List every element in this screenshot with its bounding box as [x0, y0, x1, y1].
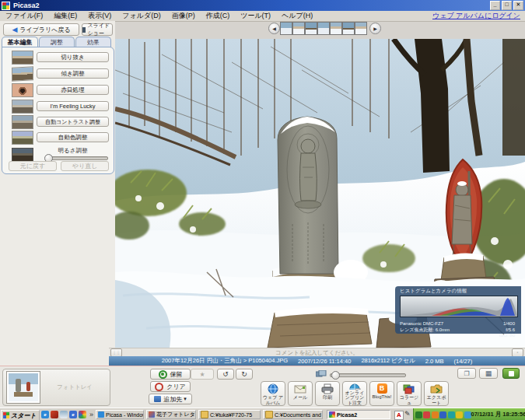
web-album-login-link[interactable]: ウェブ アルバムにログイン [432, 11, 520, 21]
taskbar-clock: 07/12/31 月 18:25:56 [471, 411, 525, 418]
task-photo-retouch[interactable]: 花子フォトレタッチ [146, 410, 196, 419]
filmstrip-thumbnail[interactable] [317, 22, 330, 35]
tray-icon[interactable] [432, 411, 439, 418]
star-icon: ★ [199, 371, 205, 378]
menu-help[interactable]: ヘルプ(H) [276, 11, 318, 21]
auto-contrast-thumbnail [12, 115, 33, 129]
filmstrip-next-button[interactable]: ▶ [369, 23, 381, 34]
back-to-library-button[interactable]: ◀ ライブラリへ戻る [3, 23, 79, 36]
histogram-panel: ヒストグラムとカメラの情報 Panasonic DMC-FZ7 1/400 レン… [395, 286, 521, 334]
slideshow-button[interactable]: スライドショー [82, 23, 113, 36]
clear-button[interactable]: クリア [150, 381, 191, 392]
hold-button[interactable]: 保留 [150, 369, 191, 380]
blogthis-button[interactable]: B BlogThis! [369, 381, 394, 406]
status-index: (14/27) [454, 358, 473, 365]
actual-size-button[interactable]: ❐ [457, 368, 476, 379]
email-button[interactable]: メール [288, 381, 313, 406]
menu-folder[interactable]: フォルダ(D) [117, 11, 166, 21]
pen-input-icon[interactable]: ✎ [404, 410, 411, 418]
ime-language-icon[interactable]: A [394, 411, 404, 420]
filmstrip-thumbnail[interactable] [292, 22, 305, 35]
close-button[interactable]: ✕ [513, 1, 523, 10]
fit-view-button[interactable]: ▦ [479, 368, 498, 379]
menu-view[interactable]: 表示(V) [82, 11, 117, 21]
tray-icon[interactable] [456, 411, 463, 418]
filmstrip-thumbnail[interactable] [330, 22, 342, 35]
quicklaunch-mail-icon[interactable]: e [69, 411, 77, 418]
fill-light-slider[interactable] [46, 156, 108, 160]
menu-picture[interactable]: 画像(P) [166, 11, 201, 21]
filmstrip-thumbnail[interactable] [305, 22, 317, 35]
blogger-icon: B [377, 383, 387, 394]
minimize-button[interactable]: _ [490, 1, 500, 10]
filmstrip-thumbnail[interactable] [355, 22, 367, 35]
collage-button[interactable]: コラージュ [397, 381, 422, 406]
menu-edit[interactable]: 編集(E) [48, 11, 82, 21]
tray-icon[interactable] [439, 411, 446, 418]
tray-icon[interactable] [423, 411, 430, 418]
collage-icon [403, 383, 415, 394]
start-button[interactable]: スタート [1, 410, 40, 420]
comment-input[interactable]: コメントを記入してください。 [124, 349, 510, 357]
redeye-button[interactable]: 赤目処理 [37, 85, 109, 95]
task-browser[interactable]: Picasa - Windows I... [96, 410, 144, 419]
rotate-right-button[interactable]: ↻ [236, 369, 253, 380]
feeling-lucky-button[interactable]: I'm Feeling Lucky [37, 101, 109, 111]
quicklaunch-browser-icon[interactable]: e [41, 411, 49, 418]
bottom-panel: フォトトレイ 保留 クリア 追加先 ▾ ★ ↺ ↻ [0, 366, 525, 408]
status-filesize: 2.0 MB [425, 358, 444, 365]
web-album-label: ウェブ アルバム [261, 395, 285, 405]
photo-tray: フォトトレイ [2, 369, 110, 406]
crop-button[interactable]: 切り抜き [37, 52, 109, 62]
view-toggle-button[interactable] [502, 368, 520, 379]
export-button[interactable]: エクスポート [424, 381, 449, 406]
histogram-title: ヒストグラムとカメラの情報 [395, 286, 521, 296]
auto-color-button[interactable]: 自動色調整 [37, 132, 109, 142]
online-print-icon [349, 383, 361, 390]
undo-button[interactable]: 元に戻す [9, 161, 57, 171]
start-label: スタート [11, 411, 37, 420]
zoom-slider[interactable] [330, 373, 406, 377]
menu-tools[interactable]: ツール(T) [235, 11, 276, 21]
filmstrip-thumbnail[interactable] [280, 22, 292, 35]
menu-file[interactable]: ファイル(F) [0, 11, 48, 21]
straighten-button[interactable]: 傾き調整 [37, 68, 109, 79]
filmstrip-thumbnail[interactable] [342, 22, 355, 35]
task-folder-1[interactable]: C:¥tuka¥F720-75 [198, 410, 261, 419]
slideshow-label: スライドショー [87, 22, 112, 37]
rotate-left-button[interactable]: ↺ [217, 369, 234, 380]
filmstrip-prev-button[interactable]: ◀ [268, 23, 280, 34]
online-print-button[interactable]: オンラインプリント注文 [342, 381, 367, 406]
quicklaunch-photo-icon[interactable] [60, 411, 68, 418]
straighten-thumbnail [12, 66, 33, 81]
menu-create[interactable]: 作成(C) [201, 11, 236, 21]
task-picasa[interactable]: Picasa2 [327, 410, 390, 419]
quicklaunch-media-icon[interactable] [79, 411, 86, 418]
camera-model: Panasonic DMC-FZ7 [400, 321, 443, 327]
tab-effects[interactable]: 効果 [75, 37, 111, 47]
tray-thumbnail[interactable] [7, 372, 40, 403]
export-folder-icon [430, 383, 443, 394]
print-button[interactable]: 印刷 [315, 381, 340, 406]
auto-color-thumbnail [12, 131, 33, 145]
quicklaunch-overflow-chevron[interactable]: » [89, 411, 93, 418]
tray-icon[interactable] [448, 411, 455, 418]
auto-contrast-button[interactable]: 自動コントラスト調整 [37, 117, 109, 127]
task-folder-2[interactable]: C:¥Documents and ... [263, 410, 323, 419]
tab-basic-edit[interactable]: 基本編集 [2, 37, 38, 47]
tray-icon[interactable] [415, 411, 422, 418]
web-album-button[interactable]: ウェブ アルバム [261, 381, 285, 406]
quicklaunch-app-icon[interactable] [51, 411, 58, 418]
system-tray: 07/12/31 月 18:25:56 [413, 408, 525, 420]
hold-icon [159, 370, 167, 379]
tray-icon[interactable] [464, 411, 471, 418]
desktop: Picasa2 _ □ ✕ ファイル(F) 編集(E) 表示(V) フォルダ(D… [0, 0, 525, 420]
histogram-plot [400, 296, 518, 317]
add-to-button[interactable]: 追加先 ▾ [149, 394, 192, 404]
maximize-button[interactable]: □ [502, 1, 512, 10]
zoom-slider-thumb[interactable] [331, 371, 340, 380]
redo-button[interactable]: やり直し [61, 161, 109, 171]
export-label: エクスポート [425, 395, 448, 405]
tab-tuning[interactable]: 調整 [39, 37, 75, 47]
star-button[interactable]: ★ [191, 369, 214, 380]
